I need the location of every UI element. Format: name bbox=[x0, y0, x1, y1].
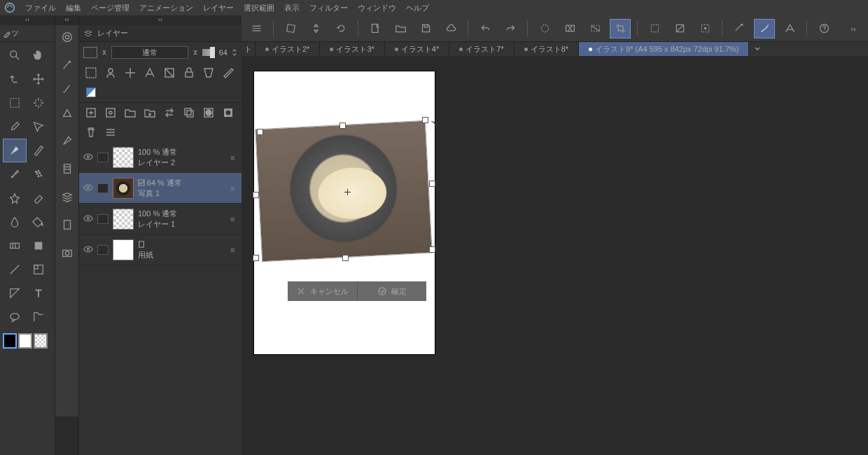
delete-icon[interactable] bbox=[85, 126, 97, 139]
transform-handle[interactable] bbox=[253, 255, 259, 261]
line-tool[interactable] bbox=[3, 258, 27, 281]
document-tab[interactable]: イラスト9* (A4 595 x 842px 72dpi 91.7%) bbox=[579, 42, 749, 56]
transparent-color[interactable] bbox=[34, 333, 48, 349]
visibility-icon[interactable] bbox=[79, 245, 97, 255]
layer-lock-slot[interactable] bbox=[97, 245, 108, 255]
hamburger-icon[interactable] bbox=[246, 19, 267, 38]
menu-window[interactable]: ウィンドウ bbox=[358, 3, 396, 13]
new-folder-icon[interactable] bbox=[124, 106, 136, 119]
document-tab[interactable]: イラスト7* bbox=[449, 42, 514, 56]
stepper-icon[interactable] bbox=[232, 48, 237, 57]
layer-row[interactable]: 100 % 通常レイヤー 1 ≡ bbox=[79, 204, 241, 234]
document-tab[interactable]: イラスト2* bbox=[255, 42, 320, 56]
clear-icon[interactable] bbox=[559, 19, 580, 38]
placed-image[interactable] bbox=[255, 120, 433, 262]
color-swatches[interactable] bbox=[0, 330, 55, 351]
layer-handle-icon[interactable]: ≡ bbox=[230, 215, 241, 223]
mask-icon[interactable] bbox=[202, 66, 215, 79]
save-icon[interactable] bbox=[415, 19, 436, 38]
show-grid-icon[interactable] bbox=[729, 19, 750, 38]
ruler-layer-icon[interactable] bbox=[222, 66, 234, 79]
layer-thumb-icon[interactable] bbox=[83, 47, 97, 58]
menu-animation[interactable]: アニメーション bbox=[139, 3, 193, 13]
wand-tool[interactable] bbox=[27, 91, 50, 115]
transform-handle[interactable] bbox=[340, 122, 346, 129]
visibility-icon[interactable] bbox=[79, 153, 97, 162]
subtool-page-icon[interactable] bbox=[55, 213, 78, 237]
visibility-icon[interactable] bbox=[79, 214, 97, 224]
opacity-slider[interactable] bbox=[202, 49, 215, 56]
menu-help[interactable]: ヘルプ bbox=[406, 3, 429, 13]
layer-lock-slot[interactable] bbox=[97, 153, 108, 162]
hand-tool[interactable] bbox=[27, 43, 50, 67]
layer-handle-icon[interactable]: ≡ bbox=[230, 246, 241, 254]
subtool-pen-icon[interactable] bbox=[55, 129, 78, 153]
visibility-icon[interactable] bbox=[79, 183, 97, 193]
select-layer-icon[interactable] bbox=[694, 19, 715, 38]
rotate-handle-icon[interactable] bbox=[428, 119, 440, 132]
lock-icon[interactable] bbox=[183, 66, 195, 79]
lock-move-icon[interactable] bbox=[124, 66, 136, 79]
transform-handle[interactable] bbox=[253, 192, 259, 198]
zoom-tool[interactable] bbox=[3, 43, 27, 67]
layer-lock-slot[interactable] bbox=[97, 183, 108, 193]
subtool-line-a-icon[interactable] bbox=[55, 53, 78, 77]
new-layer-icon[interactable] bbox=[85, 106, 97, 119]
draft-icon[interactable] bbox=[163, 66, 176, 79]
subtool-target-icon[interactable] bbox=[55, 25, 78, 49]
mask-create-icon[interactable] bbox=[202, 106, 215, 119]
blend-tool[interactable] bbox=[3, 210, 27, 234]
subtool-camera-icon[interactable] bbox=[55, 241, 78, 265]
undo-icon[interactable] bbox=[475, 19, 496, 38]
subtool-strip-icon[interactable] bbox=[55, 157, 78, 181]
document-tab[interactable]: イラスト3* bbox=[320, 42, 384, 56]
transfer-icon[interactable] bbox=[163, 106, 176, 119]
menu-view[interactable]: 表示 bbox=[284, 3, 300, 13]
subtool-shape-icon[interactable] bbox=[55, 101, 78, 125]
blend-mode-select[interactable]: 通常 bbox=[111, 46, 188, 59]
eraser-tool[interactable] bbox=[27, 186, 50, 210]
tab-overflow-icon[interactable] bbox=[749, 44, 766, 54]
subtool-collapse-icon[interactable]: ‹‹ bbox=[55, 15, 78, 25]
pencil-tool[interactable] bbox=[27, 139, 50, 162]
merge-icon[interactable] bbox=[183, 106, 195, 119]
flip-v-icon[interactable] bbox=[305, 19, 326, 38]
chevron-down-icon[interactable] bbox=[192, 48, 198, 57]
rotate-tool[interactable] bbox=[3, 67, 27, 91]
crop-icon[interactable] bbox=[610, 19, 631, 38]
snap-icon[interactable] bbox=[754, 19, 775, 38]
layercolor-icon[interactable] bbox=[85, 86, 97, 99]
layer-lock-slot[interactable] bbox=[97, 214, 108, 224]
panel-collapse-icon[interactable]: ‹‹ bbox=[79, 15, 241, 25]
perspective-icon[interactable] bbox=[779, 19, 800, 38]
ruler-tool[interactable] bbox=[3, 281, 27, 305]
figure-tool[interactable] bbox=[27, 234, 50, 258]
subtool-layers-icon[interactable] bbox=[55, 185, 78, 209]
marquee-tool[interactable] bbox=[3, 91, 27, 115]
palette-collapse-icon[interactable]: ‹‹ bbox=[0, 15, 55, 25]
menu-layer[interactable]: レイヤー bbox=[203, 3, 234, 13]
document-tab[interactable]: イラスト4* bbox=[385, 42, 449, 56]
layer-row[interactable]: 100 % 通常レイヤー 2 ≡ bbox=[79, 142, 241, 173]
menu-selection[interactable]: 選択範囲 bbox=[244, 3, 274, 13]
document-tab[interactable]: イラスト8* bbox=[514, 42, 579, 56]
chevron-down-icon[interactable] bbox=[102, 48, 107, 57]
layer-row[interactable]: 64 % 通常写真 1 ≡ bbox=[79, 173, 241, 204]
menu-file[interactable]: ファイル bbox=[25, 3, 56, 13]
transform-handle[interactable] bbox=[342, 255, 349, 261]
apply-mask-icon[interactable] bbox=[222, 106, 234, 119]
background-color[interactable] bbox=[18, 333, 32, 349]
reset-icon[interactable] bbox=[330, 19, 351, 38]
pen-tool[interactable] bbox=[3, 139, 27, 162]
layer-handle-icon[interactable]: ≡ bbox=[230, 184, 241, 192]
layer-handle-icon[interactable]: ≡ bbox=[230, 153, 241, 162]
wait-icon[interactable] bbox=[534, 19, 555, 38]
new-vector-icon[interactable] bbox=[104, 106, 117, 119]
help-icon[interactable] bbox=[813, 19, 834, 38]
menu-edit[interactable]: 編集 bbox=[66, 3, 81, 13]
panel-menu-icon[interactable] bbox=[104, 126, 117, 139]
text-tool[interactable] bbox=[27, 281, 50, 305]
layer-row[interactable]: 用紙 ≡ bbox=[79, 234, 241, 265]
rotate-canvas-icon[interactable] bbox=[280, 19, 301, 38]
subtool-line-b-icon[interactable] bbox=[55, 77, 78, 101]
